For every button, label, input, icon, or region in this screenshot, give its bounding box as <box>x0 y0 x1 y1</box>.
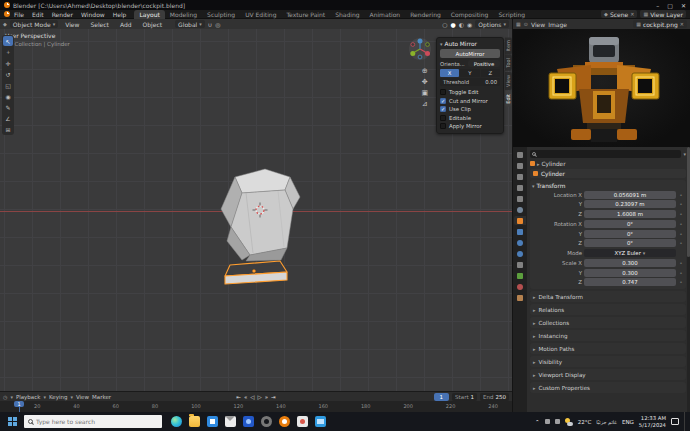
decorator-icon[interactable]: • <box>678 240 684 246</box>
shading-material-icon[interactable]: ◐ <box>459 21 464 28</box>
taskbar-clock[interactable]: 12:33 AM 5/17/2024 <box>639 415 666 428</box>
menu-render[interactable]: Render <box>48 11 77 18</box>
viewport-display-panel[interactable]: ▸ Viewport Display <box>530 369 686 380</box>
workspace-tab-animation[interactable]: Animation <box>365 10 406 19</box>
viewport-canvas[interactable]: User Perspective (1) Collection | Cylind… <box>0 29 512 391</box>
npanel-tab-edit[interactable]: Edit <box>505 91 512 107</box>
shading-solid-icon[interactable]: ● <box>451 21 456 28</box>
vp-menu-view[interactable]: View <box>61 21 83 28</box>
pan-hand-icon[interactable]: ✥ <box>422 78 428 86</box>
checkbox-checked-icon[interactable]: ✓ <box>440 106 446 112</box>
view-layer-tab[interactable] <box>514 183 526 192</box>
timeline-menu-marker[interactable]: Marker <box>92 394 111 400</box>
visibility-panel[interactable]: ▸ Visibility <box>530 356 686 367</box>
delta-transform-panel[interactable]: ▸ Delta Transform <box>530 291 686 302</box>
scale-z-field[interactable]: 0.747 <box>584 278 676 286</box>
editor-type-icon[interactable]: ◆ <box>3 21 7 27</box>
mode-dropdown[interactable]: Object Mode ▾ <box>10 20 58 28</box>
relations-panel[interactable]: ▸ Relations <box>530 304 686 315</box>
timeline-ruler[interactable]: 2040 6080 100120 140160 180200 220240 1 <box>0 401 512 412</box>
scale-tool[interactable]: ◱ <box>3 80 13 90</box>
workspace-tab-modeling[interactable]: Modeling <box>165 10 202 19</box>
filter-icon[interactable]: ▾ <box>683 151 686 157</box>
motion-paths-panel[interactable]: ▸ Motion Paths <box>530 343 686 354</box>
add-cube-tool[interactable]: ⊞ <box>3 124 13 134</box>
image-menu-view[interactable]: View <box>531 21 545 28</box>
menu-file[interactable]: File <box>10 11 28 18</box>
timeline-menu-playback[interactable]: Playback <box>16 394 41 400</box>
collections-panel[interactable]: ▸ Collections <box>530 317 686 328</box>
checkbox-icon[interactable] <box>440 115 446 121</box>
apply-mirror-option[interactable]: Apply Mirror <box>440 122 500 131</box>
workspace-tab-rendering[interactable]: Rendering <box>405 10 446 19</box>
use-clip-option[interactable]: ✓ Use Clip <box>440 105 500 114</box>
workspace-tab-sculpting[interactable]: Sculpting <box>202 10 240 19</box>
object-tab[interactable] <box>514 216 526 225</box>
action-center-icon[interactable] <box>671 418 679 425</box>
taskbar-store-icon[interactable] <box>207 416 218 427</box>
properties-search-field[interactable] <box>530 150 681 158</box>
workspace-tab-layout[interactable]: Layout <box>134 10 164 19</box>
vp-menu-select[interactable]: Select <box>86 21 113 28</box>
panel-expand-icon[interactable]: ▾ <box>532 183 535 189</box>
image-editor-canvas[interactable] <box>513 29 690 147</box>
menu-help[interactable]: Help <box>109 11 131 18</box>
output-tab[interactable] <box>514 172 526 181</box>
taskbar-mail-icon[interactable] <box>225 416 236 427</box>
checkbox-icon[interactable] <box>440 89 446 95</box>
shading-wireframe-icon[interactable]: ○ <box>442 21 447 28</box>
cut-and-mirror-option[interactable]: ✓ Cut and Mirror <box>440 97 500 106</box>
zoom-icon[interactable]: ⊕ <box>422 67 428 75</box>
image-datablock-selector[interactable]: ▦ cockpit.png ✕ <box>633 20 687 28</box>
taskbar-browser-icon[interactable] <box>315 416 326 427</box>
rotation-y-field[interactable]: 0° <box>584 230 676 238</box>
taskbar-settings-icon[interactable] <box>261 416 272 427</box>
rotate-tool[interactable]: ↺ <box>3 69 13 79</box>
axis-x-button[interactable]: X <box>440 69 459 77</box>
measure-tool[interactable]: ∠ <box>3 113 13 123</box>
play-button[interactable]: ▷ <box>258 394 262 400</box>
snap-magnet-icon[interactable]: ∪ <box>208 21 212 28</box>
language-indicator[interactable]: ENG <box>622 419 634 425</box>
tray-volume-icon[interactable] <box>555 419 560 424</box>
scene-tab[interactable] <box>514 194 526 203</box>
texture-tab[interactable] <box>514 293 526 302</box>
automirror-button[interactable]: AutoMirror <box>440 49 500 58</box>
move-tool[interactable]: ✛ <box>3 58 13 68</box>
transform-tool[interactable]: ◉ <box>3 91 13 101</box>
show-desktop-button[interactable] <box>684 412 687 431</box>
location-y-field[interactable]: 0.23097 m <box>584 200 676 208</box>
taskbar-file-explorer-icon[interactable] <box>189 416 200 427</box>
select-box-tool[interactable]: ↖ <box>3 36 13 46</box>
toggle-edit-option[interactable]: Toggle Edit <box>440 88 500 97</box>
workspace-tab-texture-paint[interactable]: Texture Paint <box>281 10 330 19</box>
timeline-editor-icon[interactable]: ◷ <box>3 394 7 400</box>
axis-z-button[interactable]: Z <box>481 69 500 77</box>
threshold-slider[interactable]: Threshold 0.00 <box>440 78 500 86</box>
orientation-dropdown[interactable]: Global ▾ <box>175 20 205 28</box>
render-tab[interactable] <box>514 161 526 170</box>
vp-menu-add[interactable]: Add <box>116 21 136 28</box>
shading-rendered-icon[interactable]: ◉ <box>467 21 472 28</box>
playhead[interactable]: 1 <box>14 401 24 412</box>
decorator-icon[interactable]: • <box>678 221 684 227</box>
weather-desc[interactable]: غائم جزئيًا <box>596 419 617 425</box>
menu-window[interactable]: Window <box>77 11 109 18</box>
workspace-tab-scripting[interactable]: Scripting <box>493 10 530 19</box>
decorator-icon[interactable]: • <box>678 201 684 207</box>
checkbox-icon[interactable] <box>440 123 446 129</box>
npanel-tab-tool[interactable]: Tool <box>505 55 512 71</box>
scene-selector[interactable]: ◆ Scene ✕ <box>601 10 637 18</box>
material-tab[interactable] <box>514 282 526 291</box>
close-button[interactable]: ✕ <box>681 2 686 9</box>
scene-unlink-icon[interactable]: ✕ <box>630 11 634 17</box>
constraints-tab[interactable] <box>514 260 526 269</box>
decorator-icon[interactable]: • <box>678 192 684 198</box>
vp-menu-object[interactable]: Object <box>139 21 167 28</box>
frame-end-field[interactable]: End 250 <box>480 393 509 401</box>
breadcrumb-object-name[interactable]: Cylinder <box>542 161 566 167</box>
menu-edit[interactable]: Edit <box>28 11 48 18</box>
decorator-icon[interactable]: • <box>678 211 684 217</box>
prev-keyframe-button[interactable]: « <box>244 394 247 400</box>
npanel-tab-item[interactable]: Item <box>505 37 512 54</box>
